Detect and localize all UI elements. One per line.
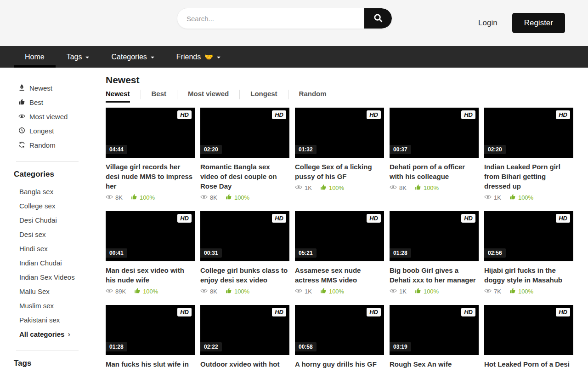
video-title[interactable]: Rough Sex An wife bounces on her devar d… — [390, 359, 479, 368]
video-card[interactable]: HD 00:41 Man desi sex video with his nud… — [106, 211, 195, 296]
video-title[interactable]: Hot Leaked Porn of a Desi Couple — [484, 359, 573, 368]
sidebar-item-random[interactable]: Random — [18, 138, 93, 152]
category-link[interactable]: Desi sex — [19, 227, 93, 242]
video-thumbnail[interactable]: HD 02:20 — [484, 108, 573, 158]
video-card[interactable]: HD 00:58 A horny guy drills his GF tight… — [295, 305, 384, 368]
video-card[interactable]: HD 01:28 Big boob Girl gives a Dehati xx… — [390, 211, 479, 296]
sidebar-item-label: Random — [29, 141, 56, 149]
category-link[interactable]: Desi Chudai — [19, 213, 93, 227]
video-title[interactable]: A horny guy drills his GF tight pussy at… — [295, 359, 384, 368]
video-title[interactable]: Man desi sex video with his nude wife — [106, 265, 195, 285]
category-link[interactable]: Indian Chudai — [19, 256, 93, 270]
video-thumbnail[interactable]: HD 02:20 — [200, 108, 289, 158]
video-title[interactable]: Outdoor xvideo with hot randi — [200, 359, 289, 368]
video-title[interactable]: Indian Leaked Porn girl from Bihari gett… — [484, 162, 573, 191]
video-card[interactable]: HD 01:32 College Sex of a licking pussy … — [295, 108, 384, 202]
sidebar-item-most-viewed[interactable]: Most viewed — [18, 109, 93, 124]
video-thumbnail[interactable]: HD 03:19 — [390, 305, 479, 355]
category-link[interactable]: Pakistani sex — [19, 313, 93, 327]
video-card[interactable]: HD 01:28 Man fucks his slut wife in Deha… — [106, 305, 195, 368]
category-list: Bangla sex College sex Desi Chudai Desi … — [0, 184, 93, 327]
video-title[interactable]: Village girl records her desi nude MMS t… — [106, 162, 195, 191]
tab-random[interactable]: Random — [299, 90, 327, 103]
sidebar-item-label: Best — [29, 98, 43, 106]
register-button[interactable]: Register — [512, 13, 565, 33]
thumbs-up-icon — [320, 184, 327, 192]
video-title[interactable]: College girl bunks class to enjoy desi s… — [200, 265, 289, 285]
search-input[interactable] — [177, 8, 364, 29]
login-link[interactable]: Login — [478, 18, 498, 28]
search-form — [177, 8, 392, 29]
category-link[interactable]: Mallu Sex — [19, 284, 93, 299]
hd-badge: HD — [272, 110, 286, 119]
video-thumbnail[interactable]: HD 00:41 — [106, 211, 195, 261]
view-count-value: 8K — [210, 288, 217, 295]
category-link[interactable]: Hindi sex — [19, 242, 93, 256]
video-title[interactable]: Hijabi girl fucks in the doggy style in … — [484, 265, 573, 285]
tab-best[interactable]: Best — [152, 90, 167, 103]
video-title[interactable]: Romantic Bangla sex video of desi couple… — [200, 162, 289, 191]
video-card[interactable]: HD 02:56 Hijabi girl fucks in the doggy … — [484, 211, 573, 296]
video-thumbnail[interactable]: HD 00:31 — [200, 211, 289, 261]
chevron-right-icon: › — [68, 330, 70, 338]
video-thumbnail[interactable]: HD — [484, 305, 573, 355]
nav-item-home[interactable]: Home — [14, 46, 56, 68]
sidebar-item-newest[interactable]: Newest — [18, 81, 93, 95]
video-card[interactable]: HD 05:21 Assamese sex nude actress MMS v… — [295, 211, 384, 296]
video-card[interactable]: HD 00:37 Dehati porn of a officer with h… — [390, 108, 479, 202]
duration-badge: 05:21 — [295, 248, 317, 258]
duration-badge: 01:28 — [106, 342, 127, 351]
video-title[interactable]: Big boob Girl gives a Dehati xxx to her … — [390, 265, 479, 285]
eye-icon — [390, 184, 397, 192]
view-count-value: 8K — [115, 194, 123, 201]
rating: 100% — [509, 194, 533, 201]
video-thumbnail[interactable]: HD 01:32 — [295, 108, 384, 158]
sidebar-item-longest[interactable]: Longest — [18, 124, 93, 138]
eye-icon — [484, 287, 492, 296]
category-link[interactable]: Indian Sex Videos — [19, 270, 93, 284]
category-link[interactable]: Muslim sex — [19, 299, 93, 313]
video-card[interactable]: HD 00:31 College girl bunks class to enj… — [200, 211, 289, 296]
thumbs-up-icon — [134, 288, 141, 295]
tab-newest[interactable]: Newest — [106, 90, 130, 103]
hd-badge: HD — [556, 214, 570, 223]
video-thumbnail[interactable]: HD 04:44 — [106, 108, 195, 158]
video-stats: 8K 100% — [200, 193, 289, 202]
video-card[interactable]: HD 02:22 Outdoor xvideo with hot randi — [200, 305, 289, 368]
video-thumbnail[interactable]: HD 05:21 — [295, 211, 384, 261]
eye-icon — [200, 193, 208, 202]
video-title[interactable]: Man fucks his slut wife in Dehati sex — [106, 359, 195, 368]
video-title[interactable]: Dehati porn of a officer with his collea… — [390, 162, 479, 181]
video-card[interactable]: HD Hot Leaked Porn of a Desi Couple — [484, 305, 573, 368]
video-thumbnail[interactable]: HD 00:58 — [295, 305, 384, 355]
rating-value: 100% — [518, 288, 533, 295]
category-link[interactable]: Bangla sex — [19, 184, 93, 199]
video-thumbnail[interactable]: HD 02:56 — [484, 211, 573, 261]
video-stats: 89K 100% — [106, 287, 195, 296]
view-count: 1K — [484, 193, 501, 202]
nav-item-label: Categories — [111, 53, 147, 61]
video-title[interactable]: College Sex of a licking pussy of his GF — [295, 162, 384, 181]
rating: 100% — [320, 184, 344, 192]
main-panel: Newest Newest Best Most viewed Longest R… — [106, 68, 574, 368]
video-thumbnail[interactable]: HD 01:28 — [106, 305, 195, 355]
tab-longest[interactable]: Longest — [250, 90, 277, 103]
video-title[interactable]: Assamese sex nude actress MMS video — [295, 265, 384, 285]
search-button[interactable] — [364, 8, 392, 29]
video-thumbnail[interactable]: HD 00:37 — [390, 108, 479, 158]
video-card[interactable]: HD 04:44 Village girl records her desi n… — [106, 108, 195, 202]
all-categories-link[interactable]: All categories› — [19, 330, 70, 338]
video-card[interactable]: HD 02:20 Romantic Bangla sex video of de… — [200, 108, 289, 202]
nav-item-tags[interactable]: Tags — [56, 46, 101, 68]
category-link[interactable]: College sex — [19, 199, 93, 213]
tab-most-viewed[interactable]: Most viewed — [188, 90, 229, 103]
sidebar-item-best[interactable]: Best — [18, 95, 93, 109]
nav-item-friends[interactable]: Friends 🤝 — [165, 46, 232, 68]
nav-item-categories[interactable]: Categories — [100, 46, 165, 68]
duration-badge: 02:56 — [484, 248, 506, 258]
video-thumbnail[interactable]: HD 01:28 — [390, 211, 479, 261]
video-thumbnail[interactable]: HD 02:22 — [200, 305, 289, 355]
video-card[interactable]: HD 02:20 Indian Leaked Porn girl from Bi… — [484, 108, 573, 202]
duration-badge: 02:22 — [200, 342, 222, 351]
video-card[interactable]: HD 03:19 Rough Sex An wife bounces on he… — [390, 305, 479, 368]
